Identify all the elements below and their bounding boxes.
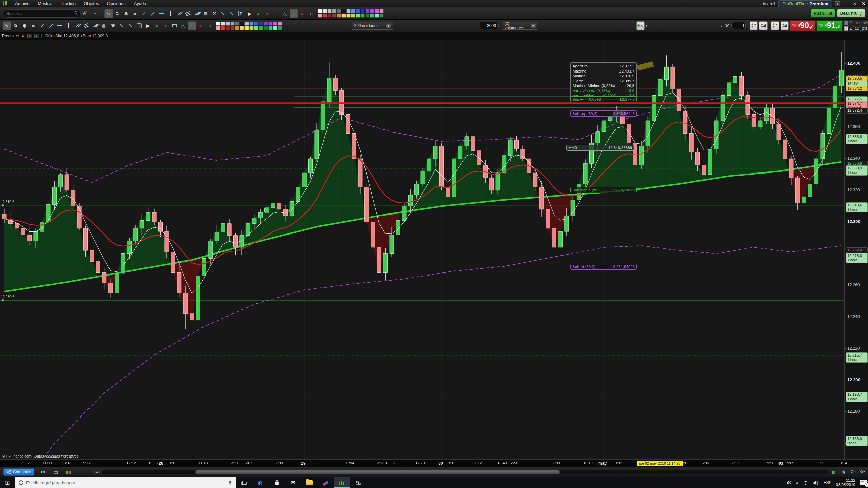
object-settings-tool[interactable]: ⚒ bbox=[108, 21, 117, 30]
price-chart-tool[interactable]: ∿ bbox=[290, 9, 298, 18]
clock[interactable]: 11:2203/05/2019 bbox=[836, 478, 855, 487]
color-swatch[interactable] bbox=[240, 22, 244, 26]
color-swatch[interactable] bbox=[259, 22, 263, 26]
color-swatch[interactable] bbox=[332, 9, 336, 13]
time-axis[interactable]: 9:0211:0913:0315:1217:1219:08269:0111:13… bbox=[0, 459, 868, 467]
language-indicator[interactable]: ESP bbox=[823, 480, 831, 485]
color-swatch[interactable] bbox=[225, 26, 230, 30]
color-swatch[interactable] bbox=[379, 9, 384, 13]
lasso-tool[interactable]: ○ bbox=[307, 9, 316, 18]
color-swatch[interactable] bbox=[249, 26, 254, 30]
store-app-icon[interactable] bbox=[269, 477, 285, 488]
color-swatch[interactable] bbox=[254, 26, 258, 30]
wifi-icon[interactable] bbox=[803, 480, 809, 486]
trading-settings-icon[interactable]: ⚒ bbox=[723, 21, 731, 30]
color-swatch[interactable] bbox=[268, 26, 273, 30]
buy-ask-button[interactable]: 12.391,0 bbox=[817, 21, 842, 31]
zoom-tool[interactable]: ⚲ bbox=[12, 21, 20, 30]
price-chart[interactable]: Apertura12.377,2Máximo12.403,7Mínimo12.3… bbox=[0, 40, 844, 459]
small-cross-line-tool[interactable] bbox=[219, 9, 228, 18]
color-swatch[interactable] bbox=[249, 22, 254, 26]
color-swatch[interactable] bbox=[268, 22, 273, 26]
microphone-icon[interactable] bbox=[228, 480, 232, 485]
line-tool[interactable] bbox=[47, 21, 55, 30]
order-quantity-input[interactable] bbox=[731, 22, 746, 29]
zoom-in-icon[interactable]: ⚲+ bbox=[859, 468, 866, 475]
ruler-tool[interactable]: ▰ bbox=[131, 9, 139, 18]
price-settings-icon[interactable]: ⚒ bbox=[16, 34, 19, 38]
menu-item-archivo[interactable]: Archivo bbox=[11, 0, 34, 7]
dealthru-button[interactable]: DealThru ƒ bbox=[837, 9, 865, 17]
scrollbar-thumb[interactable] bbox=[195, 470, 560, 474]
channel-tool[interactable] bbox=[73, 21, 82, 30]
color-swatch[interactable] bbox=[254, 22, 258, 26]
volume-icon[interactable] bbox=[813, 480, 819, 486]
alert-icon[interactable]: 🕭 bbox=[21, 34, 25, 38]
color-swatch[interactable] bbox=[351, 9, 355, 13]
lasso-tool[interactable]: ○ bbox=[205, 21, 214, 30]
color-swatch[interactable] bbox=[370, 9, 374, 13]
share-button[interactable]: Compartir bbox=[3, 468, 34, 476]
horizontal-line-tool[interactable] bbox=[157, 9, 166, 18]
color-swatch[interactable] bbox=[365, 9, 370, 13]
color-swatch[interactable] bbox=[318, 14, 322, 18]
menu-item-mostrar[interactable]: Mostrar bbox=[34, 0, 57, 7]
push-orders-button[interactable]: Push+ bbox=[811, 9, 835, 17]
arrow-up-tool[interactable]: ▲ bbox=[254, 9, 263, 18]
cursor-tool[interactable]: ↖ bbox=[3, 21, 11, 30]
color-swatch[interactable] bbox=[216, 26, 220, 30]
chart-scrollbar[interactable] bbox=[102, 470, 829, 474]
fibonacci-tool[interactable] bbox=[184, 9, 192, 18]
bollinger-upper-label[interactable]: Boll sup (89,2)12.368,58445 bbox=[570, 110, 637, 117]
color-swatch[interactable] bbox=[365, 14, 370, 18]
line-tool[interactable] bbox=[149, 9, 157, 18]
close-app-button[interactable]: ✕ bbox=[861, 1, 867, 7]
color-swatch[interactable] bbox=[273, 22, 277, 26]
color-swatch[interactable] bbox=[263, 22, 268, 26]
link-chart-icon[interactable]: ⚯ bbox=[39, 468, 47, 476]
fan-lines-tool[interactable] bbox=[91, 21, 99, 30]
color-swatch[interactable] bbox=[225, 22, 230, 26]
volume-spinner[interactable]: ▲▼ bbox=[497, 24, 499, 27]
fan-lines-tool[interactable] bbox=[193, 9, 201, 18]
units-dropdown[interactable]: 200 unidades ▼ bbox=[352, 22, 393, 30]
line-handle[interactable] bbox=[1, 204, 4, 207]
minimize-button[interactable]: — bbox=[843, 1, 849, 6]
limit-order-row[interactable]: ✓ L 10 pts bbox=[844, 26, 868, 31]
trading-app-icon[interactable] bbox=[317, 477, 334, 488]
color-swatch[interactable] bbox=[341, 9, 346, 13]
arrow-right-tool[interactable]: ▶ bbox=[245, 9, 254, 18]
color-swatch[interactable] bbox=[244, 26, 249, 30]
color-swatch[interactable] bbox=[318, 9, 322, 13]
zoom-tool[interactable]: ⚲ bbox=[113, 9, 122, 18]
menu-item-ayuda[interactable]: Ayuda bbox=[130, 0, 151, 7]
snapshot-icon[interactable]: ◉ bbox=[840, 468, 847, 475]
color-swatch[interactable] bbox=[356, 14, 360, 18]
color-swatch[interactable] bbox=[230, 22, 235, 26]
color-swatch[interactable] bbox=[221, 22, 225, 26]
pin-icon[interactable]: ✛ bbox=[835, 1, 840, 6]
crossed-line-tool[interactable] bbox=[126, 21, 135, 30]
small-cross-line-tool[interactable] bbox=[117, 21, 126, 30]
zigzag-tool[interactable]: ≋ bbox=[298, 9, 307, 18]
color-swatch[interactable] bbox=[379, 14, 384, 18]
mini-chart-icon[interactable]: ▮▯ bbox=[831, 468, 837, 475]
color-swatch[interactable] bbox=[235, 26, 239, 30]
color-swatch[interactable] bbox=[263, 26, 268, 30]
fibonacci-tool[interactable] bbox=[82, 21, 91, 30]
menu-item-objetos[interactable]: Objetos bbox=[80, 0, 103, 7]
color-swatch[interactable] bbox=[337, 14, 341, 18]
limit-checkbox[interactable]: ✓ bbox=[844, 26, 848, 30]
horizontal-line-tool[interactable] bbox=[56, 21, 64, 30]
rectangle-tool[interactable] bbox=[272, 9, 280, 18]
buy-arrow-icon[interactable]: ▲ bbox=[34, 34, 39, 38]
search-tool-app-icon[interactable] bbox=[350, 477, 366, 488]
zoom-out-icon[interactable]: ⚲− bbox=[850, 468, 856, 475]
collapse-icon[interactable]: ▸ bbox=[721, 24, 723, 28]
notifications-icon[interactable]: —— 1 bbox=[860, 480, 867, 485]
support-label[interactable]: Sop H I (-0,05%)12.377,5 bbox=[570, 96, 637, 102]
menu-item-opciones[interactable]: Opciones bbox=[103, 0, 130, 7]
arrow-down-tool[interactable]: ▼ bbox=[161, 21, 170, 30]
color-swatch[interactable] bbox=[327, 9, 332, 13]
delete-objects-tool[interactable] bbox=[201, 9, 210, 18]
